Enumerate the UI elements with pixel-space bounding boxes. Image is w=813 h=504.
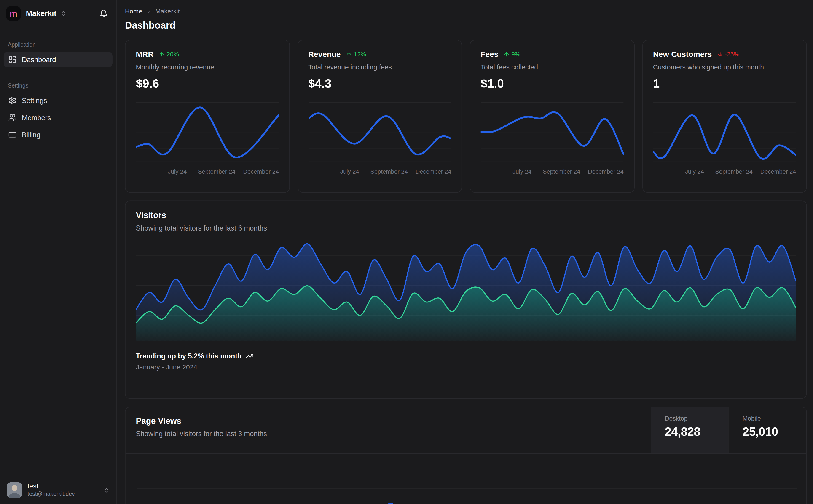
sidebar-nav-settings: Settings Members Billing (0, 89, 116, 144)
x-axis-label: September 24 (198, 168, 236, 175)
sparkline-chart (653, 101, 796, 164)
stat-value: $4.3 (308, 77, 451, 91)
workspace-selector[interactable] (60, 10, 66, 16)
page-views-header: Page Views Showing total visitors for th… (125, 407, 806, 454)
user-menu[interactable]: test test@makerkit.dev (0, 476, 116, 504)
breadcrumb: Home Makerkit (125, 8, 807, 15)
x-axis-label: September 24 (543, 168, 580, 175)
trend-badge: 12% (346, 50, 366, 58)
page-views-toggle-desktop[interactable]: Desktop 24,828 (651, 407, 728, 453)
makerkit-logo: m (6, 6, 21, 21)
gridline (137, 488, 797, 489)
visitors-area-chart (136, 240, 796, 341)
stat-value: $9.6 (136, 77, 279, 91)
page-views-card: Page Views Showing total visitors for th… (125, 407, 807, 504)
gear-icon (8, 96, 16, 105)
sparkline-chart (136, 101, 279, 164)
sidebar-item-label: Dashboard (22, 56, 56, 64)
stat-subtitle: Customers who signed up this month (653, 63, 796, 71)
sparkline-chart (308, 101, 451, 164)
x-axis-label: July 24 (513, 168, 532, 175)
layout-dashboard-icon (8, 56, 16, 64)
x-axis-label: July 24 (685, 168, 704, 175)
sidebar: m Makerkit Application Dashboard Setting… (0, 0, 117, 504)
stat-title: Fees (481, 50, 498, 59)
visitors-period: January - June 2024 (136, 363, 796, 371)
sidebar-item-members[interactable]: Members (4, 110, 112, 125)
stat-cards-row: MRR 20% Monthly recurring revenue $9.6 J… (125, 40, 807, 193)
sidebar-item-settings[interactable]: Settings (4, 93, 112, 108)
stat-value: $1.0 (481, 77, 624, 91)
page-title: Dashboard (125, 20, 807, 31)
x-axis-label: July 24 (340, 168, 359, 175)
page-views-bar-chart (137, 453, 797, 504)
makerkit-dashboard: m Makerkit Application Dashboard Setting… (0, 0, 813, 504)
trend-badge: 9% (504, 50, 520, 58)
bar (388, 503, 393, 504)
arrow-trend-icon (504, 51, 510, 57)
chevrons-up-down-icon (104, 487, 109, 493)
visitors-title: Visitors (136, 211, 796, 220)
sidebar-item-label: Members (22, 114, 51, 122)
users-icon (8, 114, 16, 122)
trend-badge: 20% (159, 50, 179, 58)
breadcrumb-home[interactable]: Home (125, 8, 142, 15)
stat-title: Revenue (308, 50, 341, 59)
visitors-trend-line: Trending up by 5.2% this month (136, 352, 796, 360)
sparkline-x-axis: July 24September 24December 24 (308, 168, 451, 176)
chevrons-up-down-icon (60, 10, 66, 16)
sidebar-item-billing[interactable]: Billing (4, 127, 112, 142)
sparkline-x-axis: July 24September 24December 24 (136, 168, 279, 176)
trending-up-icon (246, 352, 254, 360)
workspace-name: Makerkit (26, 9, 56, 18)
stat-title: MRR (136, 50, 153, 59)
credit-card-icon (8, 130, 16, 139)
stat-card-new-customers: New Customers -25% Customers who signed … (642, 40, 807, 193)
sidebar-item-label: Billing (22, 131, 40, 138)
stat-title: New Customers (653, 50, 712, 59)
stat-card-mrr: MRR 20% Monthly recurring revenue $9.6 J… (125, 40, 290, 193)
breadcrumb-current: Makerkit (155, 8, 180, 15)
sidebar-section-settings: Settings (0, 82, 116, 88)
stat-value: 1 (653, 77, 796, 91)
sparkline-x-axis: July 24September 24December 24 (481, 168, 624, 176)
arrow-trend-icon (159, 51, 165, 57)
arrow-trend-icon (717, 51, 723, 57)
page-views-text: Page Views Showing total visitors for th… (125, 407, 651, 453)
stat-card-fees: Fees 9% Total fees collected $1.0 July 2… (470, 40, 635, 193)
user-meta: test test@makerkit.dev (27, 482, 75, 498)
sparkline-chart (481, 101, 624, 164)
arrow-trend-icon (346, 51, 352, 57)
sidebar-item-dashboard[interactable]: Dashboard (4, 52, 112, 67)
x-axis-label: December 24 (588, 168, 624, 175)
x-axis-label: December 24 (760, 168, 796, 175)
chevron-right-icon (146, 8, 151, 14)
stat-subtitle: Total revenue including fees (308, 63, 451, 71)
notifications-button[interactable] (99, 9, 108, 18)
sidebar-section-application: Application (0, 41, 116, 48)
main-content: Home Makerkit Dashboard MRR 20% Monthly … (117, 0, 813, 504)
workspace-row: m Makerkit (0, 0, 116, 26)
sparkline-x-axis: July 24September 24December 24 (653, 168, 796, 176)
screen: m Makerkit Application Dashboard Setting… (0, 0, 813, 504)
sidebar-nav-application: Dashboard (0, 48, 116, 69)
user-name: test (27, 482, 75, 491)
page-views-toggle-mobile[interactable]: Mobile 25,010 (728, 407, 806, 453)
x-axis-label: September 24 (715, 168, 753, 175)
x-axis-label: July 24 (168, 168, 187, 175)
user-email: test@makerkit.dev (27, 491, 75, 498)
user-avatar (7, 482, 22, 498)
page-views-subtitle: Showing total visitors for the last 3 mo… (136, 430, 640, 438)
trend-badge: -25% (717, 50, 739, 58)
visitors-card: Visitors Showing total visitors for the … (125, 200, 807, 399)
stat-card-revenue: Revenue 12% Total revenue including fees… (297, 40, 462, 193)
x-axis-label: December 24 (416, 168, 451, 175)
x-axis-label: September 24 (370, 168, 408, 175)
page-views-title: Page Views (136, 416, 640, 426)
logo-letter: m (10, 9, 17, 18)
x-axis-label: December 24 (243, 168, 279, 175)
visitors-subtitle: Showing total visitors for the last 6 mo… (136, 224, 796, 232)
stat-subtitle: Monthly recurring revenue (136, 63, 279, 71)
sidebar-item-label: Settings (22, 97, 47, 104)
bell-icon (99, 9, 108, 18)
